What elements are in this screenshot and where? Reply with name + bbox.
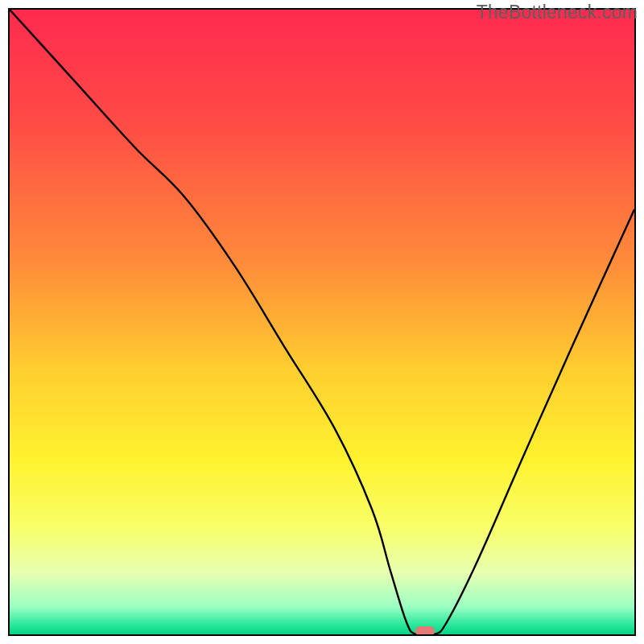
watermark-text: TheBottleneck.com (477, 2, 638, 23)
plot-svg (10, 10, 634, 634)
bottleneck-chart: TheBottleneck.com (0, 0, 644, 644)
plot-frame (8, 8, 636, 636)
optimal-marker (415, 626, 435, 636)
gradient-background (10, 10, 634, 634)
